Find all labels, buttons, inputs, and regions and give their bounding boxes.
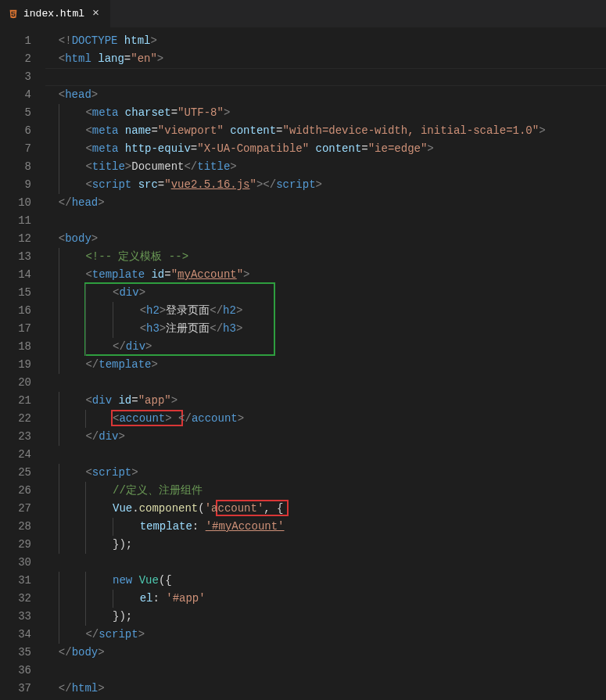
close-icon[interactable]: × <box>89 7 102 20</box>
line-number: 6 <box>0 122 45 140</box>
code-line[interactable] <box>45 68 606 86</box>
line-number: 27 <box>0 500 45 518</box>
line-number: 30 <box>0 554 45 572</box>
code-line[interactable]: <h3>注册页面</h3> <box>45 320 606 338</box>
code-line[interactable] <box>45 662 606 680</box>
code-line[interactable] <box>45 374 606 392</box>
code-line[interactable]: <meta name="viewport" content="width=dev… <box>45 122 606 140</box>
code-line[interactable]: <script> <box>45 464 606 482</box>
code-line[interactable]: </div> <box>45 428 606 446</box>
line-number: 18 <box>0 338 45 356</box>
code-line[interactable] <box>45 212 606 230</box>
line-number: 22 <box>0 410 45 428</box>
code-line[interactable]: <template id="myAccount"> <box>45 266 606 284</box>
line-number: 16 <box>0 302 45 320</box>
code-area[interactable]: <!DOCTYPE html> <html lang="en"> <head> … <box>45 27 606 700</box>
tab-bar: index.html × <box>0 0 606 27</box>
editor: 1234567891011121314151617181920212223242… <box>0 27 606 700</box>
code-line[interactable]: }); <box>45 608 606 626</box>
tab-label: index.html <box>23 8 84 20</box>
code-line[interactable]: <body> <box>45 230 606 248</box>
line-number: 28 <box>0 518 45 536</box>
code-line[interactable]: <account> </account> <box>45 410 606 428</box>
code-line[interactable]: <div> <box>45 284 606 302</box>
line-number: 12 <box>0 230 45 248</box>
line-number: 21 <box>0 392 45 410</box>
line-number: 36 <box>0 662 45 680</box>
code-line[interactable] <box>45 554 606 572</box>
line-number: 17 <box>0 320 45 338</box>
code-line[interactable]: <div id="app"> <box>45 392 606 410</box>
code-line[interactable]: </head> <box>45 194 606 212</box>
line-number: 15 <box>0 284 45 302</box>
code-line[interactable]: <title>Document</title> <box>45 158 606 176</box>
code-line[interactable]: Vue.component('account', { <box>45 500 606 518</box>
code-line[interactable]: <h2>登录页面</h2> <box>45 302 606 320</box>
line-number-gutter: 1234567891011121314151617181920212223242… <box>0 27 45 700</box>
line-number: 19 <box>0 356 45 374</box>
line-number: 10 <box>0 194 45 212</box>
line-number: 34 <box>0 626 45 644</box>
code-line[interactable]: }); <box>45 536 606 554</box>
code-line[interactable]: <meta http-equiv="X-UA-Compatible" conte… <box>45 140 606 158</box>
line-number: 14 <box>0 266 45 284</box>
line-number: 8 <box>0 158 45 176</box>
code-line[interactable]: </script> <box>45 626 606 644</box>
code-line[interactable]: </div> <box>45 338 606 356</box>
line-number: 13 <box>0 248 45 266</box>
code-line[interactable]: </body> <box>45 644 606 662</box>
line-number: 37 <box>0 680 45 698</box>
code-line[interactable]: <html lang="en"> <box>45 50 606 68</box>
line-number: 24 <box>0 446 45 464</box>
line-number: 1 <box>0 32 45 50</box>
line-number: 32 <box>0 590 45 608</box>
code-line[interactable]: <meta charset="UTF-8"> <box>45 104 606 122</box>
code-line[interactable]: //定义、注册组件 <box>45 482 606 500</box>
line-number: 2 <box>0 50 45 68</box>
code-line[interactable]: <!-- 定义模板 --> <box>45 248 606 266</box>
code-line[interactable]: template: '#myAccount' <box>45 518 606 536</box>
line-number: 29 <box>0 536 45 554</box>
code-line[interactable]: el: '#app' <box>45 590 606 608</box>
html-file-icon <box>8 9 19 20</box>
line-number: 9 <box>0 176 45 194</box>
line-number: 11 <box>0 212 45 230</box>
line-number: 5 <box>0 104 45 122</box>
code-line[interactable] <box>45 446 606 464</box>
line-number: 26 <box>0 482 45 500</box>
code-line[interactable]: </html> <box>45 680 606 698</box>
line-number: 35 <box>0 644 45 662</box>
line-number: 4 <box>0 86 45 104</box>
code-line[interactable]: <!DOCTYPE html> <box>45 32 606 50</box>
line-number: 3 <box>0 68 45 86</box>
line-number: 25 <box>0 464 45 482</box>
code-line[interactable]: <script src="vue2.5.16.js"></script> <box>45 176 606 194</box>
code-line[interactable]: <head> <box>45 86 606 104</box>
line-number: 23 <box>0 428 45 446</box>
line-number: 7 <box>0 140 45 158</box>
tab-index-html[interactable]: index.html × <box>0 0 111 27</box>
code-line[interactable]: </template> <box>45 356 606 374</box>
line-number: 33 <box>0 608 45 626</box>
code-line[interactable]: new Vue({ <box>45 572 606 590</box>
line-number: 20 <box>0 374 45 392</box>
line-number: 31 <box>0 572 45 590</box>
